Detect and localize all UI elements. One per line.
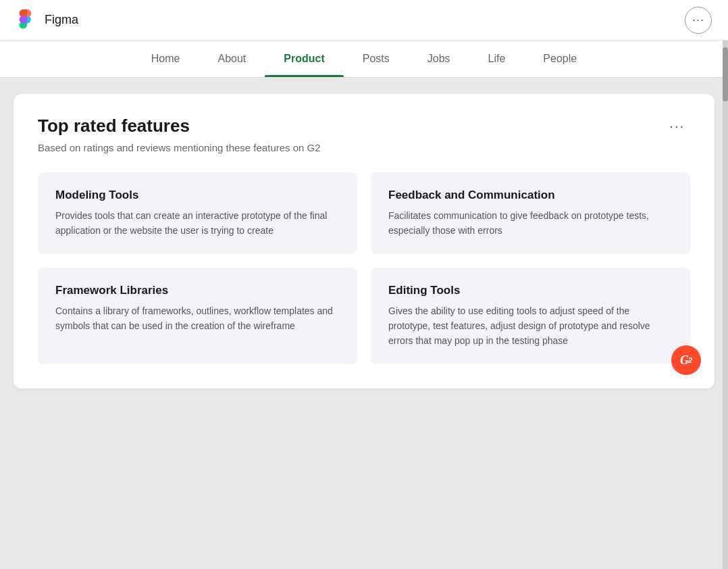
scrollbar-thumb[interactable] bbox=[723, 47, 728, 101]
card-title: Top rated features bbox=[38, 116, 190, 137]
feature-card-modeling-tools: Modeling Tools Provides tools that can c… bbox=[38, 172, 357, 254]
feature-desc-framework-libraries: Contains a library of frameworks, outlin… bbox=[55, 304, 340, 333]
feature-title-framework-libraries: Framework Libraries bbox=[55, 284, 340, 297]
scrollbar-track[interactable] bbox=[723, 41, 728, 569]
main-content: Top rated features ··· Based on ratings … bbox=[0, 78, 728, 405]
nav-item-jobs[interactable]: Jobs bbox=[409, 41, 469, 77]
card-header: Top rated features ··· bbox=[38, 116, 690, 137]
feature-card-framework-libraries: Framework Libraries Contains a library o… bbox=[38, 268, 357, 364]
nav-item-posts[interactable]: Posts bbox=[344, 41, 409, 77]
card-more-button[interactable]: ··· bbox=[664, 116, 690, 137]
features-card: Top rated features ··· Based on ratings … bbox=[14, 94, 714, 389]
feature-desc-editing-tools: Gives the ability to use editing tools t… bbox=[388, 304, 673, 348]
features-grid: Modeling Tools Provides tools that can c… bbox=[38, 172, 690, 364]
feature-title-feedback-communication: Feedback and Communication bbox=[388, 189, 673, 202]
figma-logo-icon bbox=[16, 9, 38, 31]
header-left: Figma bbox=[16, 9, 78, 31]
app-name: Figma bbox=[45, 13, 78, 27]
nav-item-life[interactable]: Life bbox=[469, 41, 525, 77]
app-header: Figma ··· bbox=[0, 0, 728, 41]
feature-desc-feedback-communication: Facilitates communication to give feedba… bbox=[388, 209, 673, 238]
g2-badge-number: 2 bbox=[688, 356, 692, 364]
feature-card-editing-tools: Editing Tools Gives the ability to use e… bbox=[371, 268, 690, 364]
main-nav: Home About Product Posts Jobs Life Peopl… bbox=[0, 41, 728, 78]
nav-item-product[interactable]: Product bbox=[265, 41, 343, 77]
feature-desc-modeling-tools: Provides tools that can create an intera… bbox=[55, 209, 340, 238]
feature-title-modeling-tools: Modeling Tools bbox=[55, 189, 340, 202]
nav-item-home[interactable]: Home bbox=[132, 41, 199, 77]
nav-item-people[interactable]: People bbox=[524, 41, 596, 77]
header-more-button[interactable]: ··· bbox=[685, 7, 712, 34]
card-subtitle: Based on ratings and reviews mentioning … bbox=[38, 142, 690, 153]
nav-item-about[interactable]: About bbox=[199, 41, 265, 77]
g2-badge[interactable]: G 2 bbox=[671, 345, 701, 375]
feature-card-feedback-communication: Feedback and Communication Facilitates c… bbox=[371, 172, 690, 254]
feature-title-editing-tools: Editing Tools bbox=[388, 284, 673, 297]
